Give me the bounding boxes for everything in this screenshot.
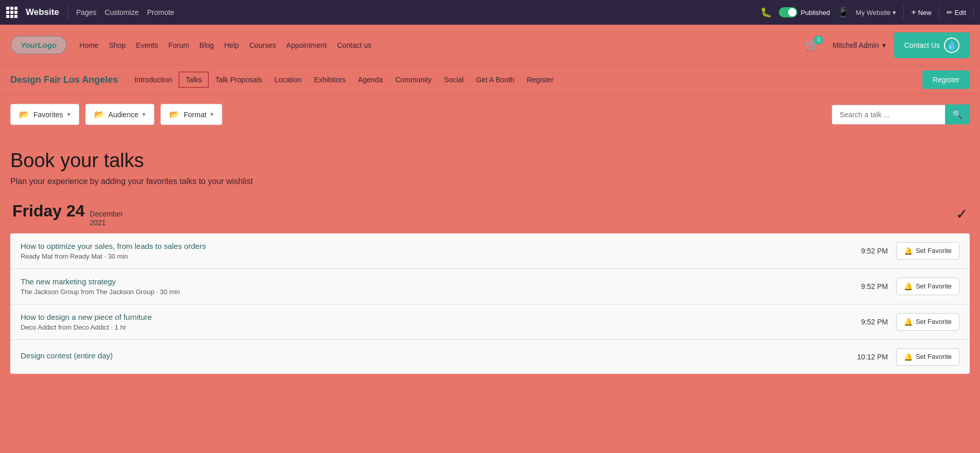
nav-appointment[interactable]: Appointment [287, 41, 327, 49]
nav-contact-us[interactable]: Contact us [337, 41, 371, 49]
bell-icon-1: 🔔 [904, 282, 913, 291]
talk-meta-0: Ready Mat from Ready Mat · 30 min [21, 252, 861, 260]
main-content: Book your talks Plan your experience by … [0, 134, 980, 389]
search-button[interactable]: 🔍 [945, 104, 970, 124]
mobile-icon[interactable]: 📱 [838, 7, 849, 18]
admin-divider [67, 5, 68, 20]
filter-bar: 📂 Favorites ▾ 📂 Audience ▾ 📂 Format ▾ 🔍 [0, 95, 980, 134]
talk-info: How to optimize your sales, from leads t… [21, 242, 861, 260]
admin-nav-customize[interactable]: Customize [105, 8, 139, 16]
admin-nav-pages[interactable]: Pages [76, 8, 97, 16]
bell-icon-3: 🔔 [904, 353, 913, 361]
bell-icon-2: 🔔 [904, 318, 913, 326]
format-chevron-icon: ▾ [210, 111, 213, 118]
sub-nav-social[interactable]: Social [438, 71, 470, 88]
day-month: December [90, 210, 123, 219]
sub-nav-location[interactable]: Location [269, 71, 308, 88]
sub-nav: Design Fair Los Angeles Introduction Tal… [0, 66, 980, 95]
favorites-chevron-icon: ▾ [67, 111, 70, 118]
talk-right-2: 9:52 PM 🔔 Set Favorite [861, 313, 959, 331]
set-favorite-btn-2[interactable]: 🔔 Set Favorite [896, 313, 959, 331]
set-favorite-btn-3[interactable]: 🔔 Set Favorite [896, 348, 959, 366]
set-favorite-btn-1[interactable]: 🔔 Set Favorite [896, 278, 959, 295]
website-nav: YourLogo Home Shop Events Forum Blog Hel… [0, 25, 980, 66]
grid-icon[interactable] [6, 7, 17, 18]
admin-divider3 [939, 5, 939, 20]
sub-nav-introduction[interactable]: Introduction [128, 71, 178, 88]
favorites-icon: 📂 [19, 110, 29, 119]
new-label: New [918, 9, 932, 16]
set-favorite-label-2: Set Favorite [916, 318, 952, 325]
nav-shop[interactable]: Shop [109, 41, 126, 49]
contact-us-label: Contact Us [904, 41, 940, 49]
logo-area: YourLogo [10, 35, 67, 55]
drop-icon: 💧 [944, 38, 959, 53]
day-collapse-icon[interactable]: ✓ [956, 206, 968, 223]
nav-forum[interactable]: Forum [168, 41, 189, 49]
set-favorite-label-1: Set Favorite [916, 282, 952, 290]
set-favorite-label-3: Set Favorite [916, 353, 952, 360]
logo[interactable]: YourLogo [10, 35, 67, 55]
user-label: Mitchell Admin [832, 41, 879, 49]
user-area[interactable]: Mitchell Admin ▾ [832, 41, 885, 49]
nav-home[interactable]: Home [79, 41, 98, 49]
sub-nav-title: Design Fair Los Angeles [10, 75, 118, 85]
day-year: 2021 [90, 219, 123, 227]
talk-info: Design contest (entire day) [21, 351, 857, 362]
page-title: Book your talks [10, 150, 970, 172]
talk-right-3: 10:12 PM 🔔 Set Favorite [857, 348, 959, 366]
day-section: Friday 24 December 2021 ✓ How to optimiz… [10, 202, 970, 374]
talk-title-0[interactable]: How to optimize your sales, from leads t… [21, 242, 861, 250]
talk-title-1[interactable]: The new marketing strategy [21, 277, 861, 286]
talk-title-2[interactable]: How to design a new piece of furniture [21, 313, 861, 321]
audience-filter[interactable]: 📂 Audience ▾ [85, 104, 154, 125]
search-input[interactable] [832, 105, 945, 124]
nav-help[interactable]: Help [224, 41, 239, 49]
register-button[interactable]: Register [922, 70, 970, 89]
cart-icon-area[interactable]: 🛒 0 [805, 39, 819, 52]
sub-nav-register[interactable]: Register [521, 71, 560, 88]
logo-text: YourLogo [21, 41, 57, 49]
talk-time-2: 9:52 PM [861, 318, 888, 326]
audience-chevron-icon: ▾ [142, 111, 146, 118]
audience-label: Audience [109, 111, 138, 119]
admin-divider4 [973, 5, 974, 20]
talk-row: How to design a new piece of furniture D… [10, 304, 970, 340]
publish-toggle[interactable]: Published [779, 7, 830, 17]
sub-nav-talk-proposals[interactable]: Talk Proposals [209, 71, 268, 88]
new-button[interactable]: New [911, 8, 931, 17]
page-subtitle: Plan your experience by adding your favo… [10, 177, 970, 186]
favorites-filter[interactable]: 📂 Favorites ▾ [10, 104, 79, 125]
my-website-btn[interactable]: My Website ▾ [856, 9, 897, 16]
admin-divider2 [903, 5, 904, 20]
set-favorite-label-0: Set Favorite [916, 247, 952, 255]
talk-title-3[interactable]: Design contest (entire day) [21, 351, 857, 360]
format-label: Format [184, 111, 206, 119]
talk-row: The new marketing strategy The Jackson G… [10, 269, 970, 304]
sub-nav-get-a-booth[interactable]: Get A Booth [470, 71, 521, 88]
talk-row: How to optimize your sales, from leads t… [10, 233, 970, 269]
talk-info: How to design a new piece of furniture D… [21, 313, 861, 331]
format-filter[interactable]: 📂 Format ▾ [161, 104, 222, 125]
audience-icon: 📂 [94, 110, 104, 119]
sub-nav-agenda[interactable]: Agenda [352, 71, 389, 88]
contact-us-button[interactable]: Contact Us 💧 [894, 32, 970, 58]
bug-icon[interactable]: 🐛 [760, 7, 772, 18]
published-label: Published [800, 9, 830, 16]
bell-icon-0: 🔔 [904, 247, 913, 255]
sub-nav-talks[interactable]: Talks [179, 71, 209, 88]
talk-row: Design contest (entire day) 10:12 PM 🔔 S… [10, 340, 970, 374]
sub-nav-exhibitors[interactable]: Exhibitors [308, 71, 351, 88]
format-icon: 📂 [169, 110, 180, 119]
nav-courses[interactable]: Courses [249, 41, 276, 49]
talk-meta-2: Deco Addict from Deco Addict · 1 hr [21, 323, 861, 331]
talk-right-0: 9:52 PM 🔔 Set Favorite [861, 242, 959, 260]
nav-events[interactable]: Events [136, 41, 158, 49]
toggle-switch[interactable] [779, 7, 797, 17]
day-name: Friday 24 [12, 202, 85, 221]
sub-nav-community[interactable]: Community [389, 71, 438, 88]
nav-blog[interactable]: Blog [200, 41, 214, 49]
admin-nav-promote[interactable]: Promote [147, 8, 174, 16]
set-favorite-btn-0[interactable]: 🔔 Set Favorite [896, 242, 959, 260]
edit-button[interactable]: Edit [947, 8, 966, 16]
